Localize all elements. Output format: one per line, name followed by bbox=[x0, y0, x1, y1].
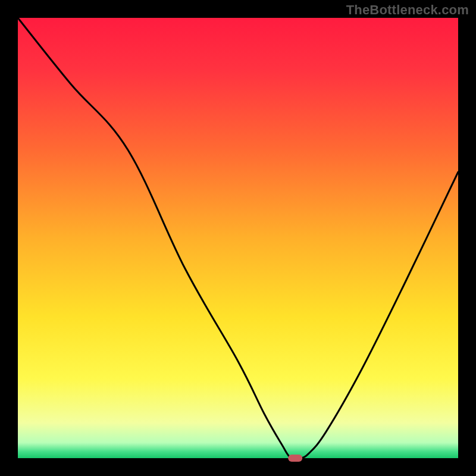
chart-frame: TheBottleneck.com bbox=[0, 0, 476, 476]
bottleneck-plot bbox=[0, 0, 476, 476]
optimum-marker bbox=[288, 455, 302, 462]
plot-background bbox=[18, 18, 458, 458]
watermark-label: TheBottleneck.com bbox=[346, 2, 469, 18]
